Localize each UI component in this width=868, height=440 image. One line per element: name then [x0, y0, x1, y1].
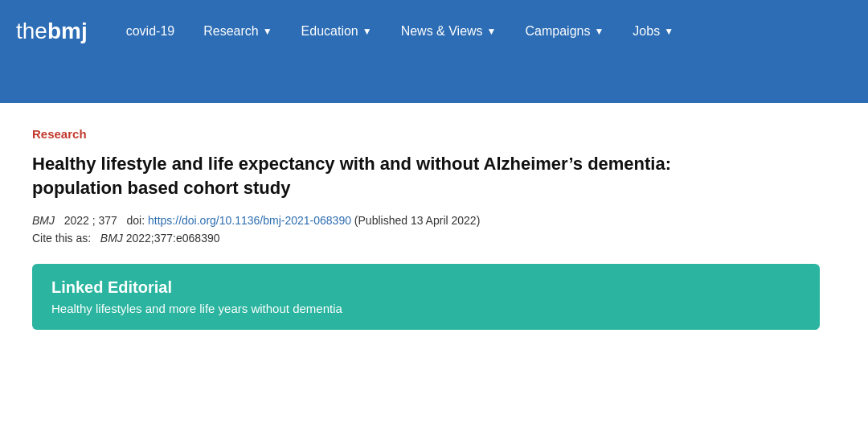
- doi-label: doi:: [127, 214, 145, 227]
- site-logo[interactable]: thebmj: [16, 19, 88, 44]
- chevron-down-icon: ▼: [594, 26, 604, 37]
- published-date: (Published 13 April 2022): [354, 214, 480, 227]
- chevron-down-icon: ▼: [362, 26, 372, 37]
- cite-prefix: Cite this as:: [32, 232, 91, 245]
- cite-as-line: Cite this as: BMJ 2022;377:e068390: [32, 232, 836, 245]
- article-title: Healthy lifestyle and life expectancy wi…: [32, 152, 691, 199]
- doi-link[interactable]: https://doi.org/10.1136/bmj-2021-068390: [148, 214, 351, 227]
- site-header: thebmj covid-19 Research ▼ Education ▼: [0, 0, 868, 103]
- article-volume: 377: [99, 214, 117, 227]
- nav-item-campaigns-label: Campaigns: [526, 24, 591, 39]
- linked-editorial-subtitle: Healthy lifestyles and more life years w…: [51, 302, 800, 315]
- nav-item-news-label: News & Views: [401, 24, 483, 39]
- cite-ref: 2022;377:e068390: [126, 232, 220, 245]
- nav-items-list: covid-19 Research ▼ Education ▼ News & V…: [112, 0, 688, 63]
- article-meta-line1: BMJ 2022 ; 377 doi: https://doi.org/10.1…: [32, 214, 836, 227]
- section-label: Research: [32, 127, 836, 141]
- logo-bmj: bmj: [47, 19, 88, 44]
- journal-name: BMJ: [32, 214, 55, 227]
- nav-item-campaigns[interactable]: Campaigns ▼: [511, 0, 619, 63]
- nav-item-education[interactable]: Education ▼: [287, 0, 387, 63]
- nav-item-jobs[interactable]: Jobs ▼: [618, 0, 688, 63]
- nav-item-research-label: Research: [203, 24, 258, 39]
- nav-item-news[interactable]: News & Views ▼: [387, 0, 511, 63]
- chevron-down-icon: ▼: [263, 26, 272, 37]
- logo-the: the: [16, 19, 47, 44]
- main-nav: thebmj covid-19 Research ▼ Education ▼: [0, 0, 868, 63]
- cite-journal: BMJ: [100, 232, 123, 245]
- header-banner: [0, 63, 868, 103]
- linked-editorial-title: Linked Editorial: [51, 278, 800, 297]
- main-content: Research Healthy lifestyle and life expe…: [0, 103, 868, 354]
- nav-item-covid-label: covid-19: [126, 24, 174, 39]
- chevron-down-icon: ▼: [664, 26, 674, 37]
- article-volume-separator: ;: [92, 214, 96, 227]
- linked-editorial-box[interactable]: Linked Editorial Healthy lifestyles and …: [32, 264, 820, 330]
- nav-item-jobs-label: Jobs: [633, 24, 660, 39]
- nav-item-research[interactable]: Research ▼: [189, 0, 286, 63]
- chevron-down-icon: ▼: [487, 26, 497, 37]
- nav-item-education-label: Education: [301, 24, 358, 39]
- nav-item-covid[interactable]: covid-19: [112, 0, 189, 63]
- article-year: 2022: [64, 214, 89, 227]
